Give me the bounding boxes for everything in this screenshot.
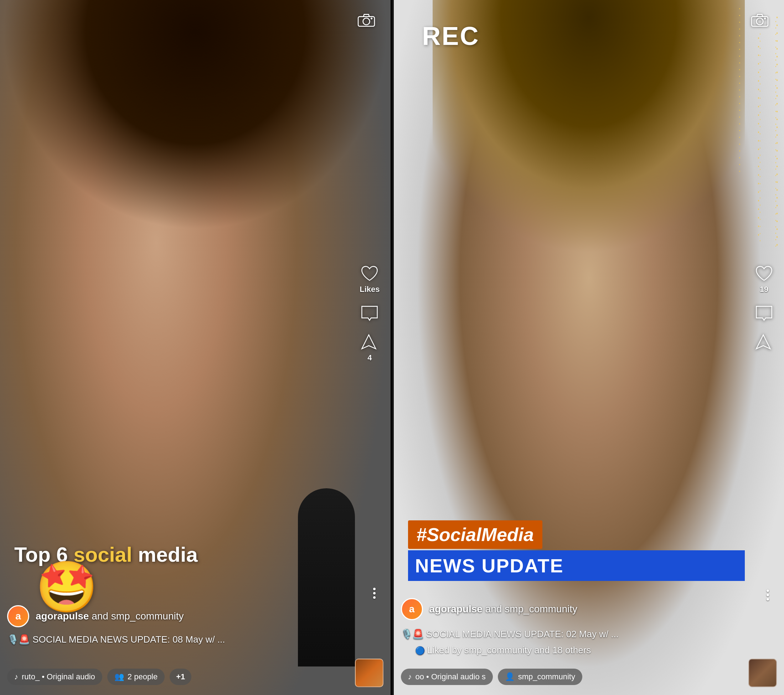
username-collab-right: and smp_community (485, 603, 577, 614)
more-options-button[interactable] (373, 588, 376, 599)
music-note-icon-right: ♪ (408, 672, 412, 682)
user-row-left: agorapulse and smp_community (7, 605, 184, 627)
share-button[interactable]: 4 (360, 333, 379, 362)
more-options-button-right[interactable] (766, 590, 769, 601)
user-row-right: agorapulse and smp_community (401, 598, 578, 620)
username-main: agorapulse (36, 611, 89, 622)
user-text-right: smp_community (518, 672, 575, 682)
liked-by-content: Liked by smp_community and 18 others (427, 645, 591, 655)
hashtag-banner: #SocialMedia (408, 520, 542, 549)
video-thumbnail-left[interactable] (355, 659, 384, 687)
user-icon-right: 👤 (505, 672, 515, 682)
people-icon: 👥 (114, 672, 124, 682)
bottom-pills-left: ♪ ruto_ • Original audio 👥 2 people +1 (7, 669, 384, 685)
liked-by-text: 🔵 Liked by smp_community and 18 others (415, 645, 591, 656)
left-panel: Top 6 social media 🤩 Likes 4 (0, 0, 392, 695)
title-part2: media (132, 543, 198, 566)
rec-label: REC (422, 21, 480, 51)
comment-button-right[interactable] (755, 304, 773, 323)
fairy-lights (628, 0, 784, 417)
user-pill-right[interactable]: 👤 smp_community (498, 669, 582, 685)
audio-text-left: ruto_ • Original audio (22, 672, 95, 682)
description-right: 🎙️🚨 SOCIAL MEDIA NEWS UPDATE: 02 May w/ … (401, 629, 743, 640)
news-text: NEWS UPDATE (415, 555, 564, 576)
audio-pill-left[interactable]: ♪ ruto_ • Original audio (7, 669, 102, 685)
camera-icon-right[interactable] (750, 10, 770, 30)
comment-button[interactable] (360, 304, 379, 323)
bottom-pills-right: ♪ oo • Original audio s 👤 smp_community (401, 669, 777, 685)
music-note-icon: ♪ (14, 672, 18, 682)
description-left: 🎙️🚨 SOCIAL MEDIA NEWS UPDATE: 08 May w/ … (7, 634, 348, 645)
share-button-right[interactable] (755, 333, 773, 351)
username-right: agorapulse and smp_community (430, 603, 578, 615)
like-count-right: 19 (760, 285, 768, 294)
svg-point-2 (370, 18, 372, 19)
people-text: 2 people (128, 672, 158, 682)
people-pill[interactable]: 👥 2 people (107, 669, 165, 685)
audio-text-right: oo • Original audio s (415, 672, 486, 682)
right-panel: REC #SocialMedia NEWS UPDATE 19 (394, 0, 784, 695)
username-left: agorapulse and smp_community (36, 611, 184, 622)
share-count: 4 (367, 353, 372, 362)
username-main-right: agorapulse (430, 603, 483, 614)
hashtag-text: #SocialMedia (417, 524, 534, 545)
news-banner: NEWS UPDATE (408, 550, 745, 581)
svg-point-4 (756, 18, 763, 25)
like-button[interactable]: Likes (359, 264, 379, 294)
username-collab: and smp_community (92, 611, 183, 622)
left-hair (0, 0, 390, 313)
svg-point-1 (363, 18, 369, 25)
action-buttons-left: Likes 4 (359, 264, 379, 362)
svg-point-5 (764, 18, 766, 19)
avatar-right[interactable] (401, 598, 423, 620)
action-buttons-right: 19 (755, 264, 773, 351)
audio-pill-right[interactable]: ♪ oo • Original audio s (401, 669, 493, 685)
avatar-left[interactable] (7, 605, 29, 627)
plus-pill[interactable]: +1 (170, 669, 191, 685)
likes-label: Likes (359, 285, 379, 294)
camera-icon[interactable] (356, 10, 376, 30)
like-button-right[interactable]: 19 (755, 264, 773, 294)
video-thumbnail-right[interactable] (748, 659, 777, 687)
